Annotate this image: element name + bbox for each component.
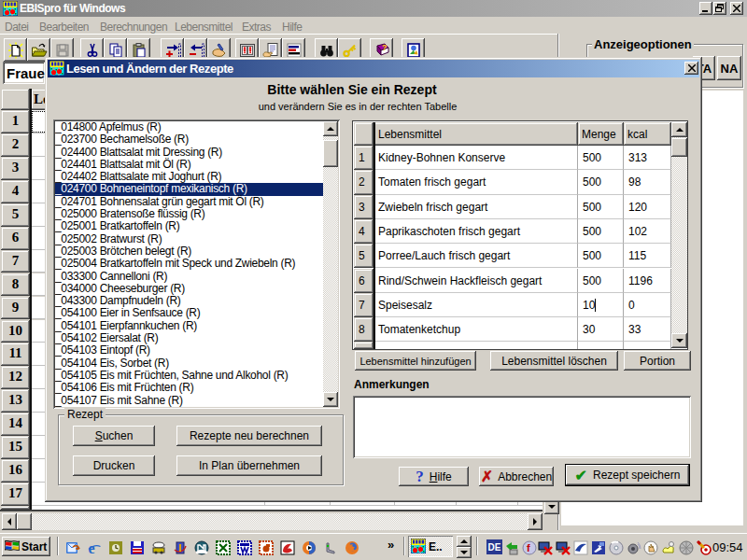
svg-text:f: f (527, 542, 530, 553)
svg-text:?: ? (382, 43, 388, 52)
